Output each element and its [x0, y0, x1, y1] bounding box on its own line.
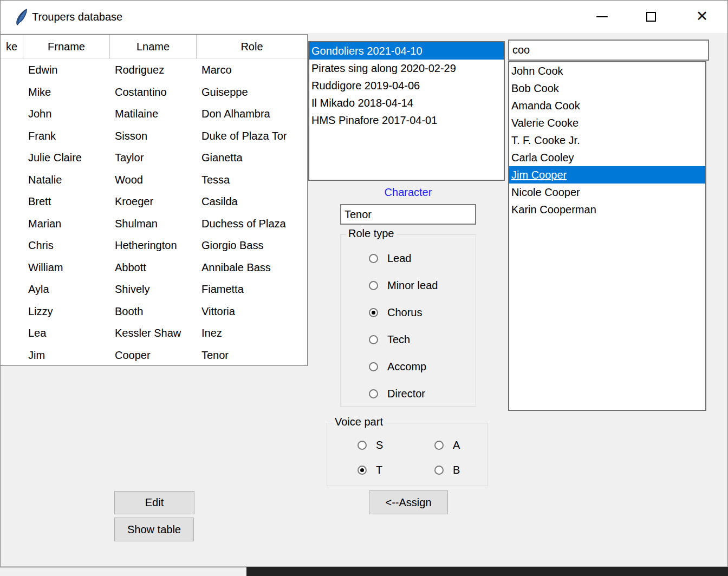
radio-label: Minor lead — [387, 279, 438, 292]
table-cell — [1, 234, 23, 257]
table-row[interactable]: JimCooperTenor — [1, 344, 307, 366]
radio-tech[interactable]: Tech — [369, 333, 410, 346]
radio-chorus[interactable]: Chorus — [369, 306, 422, 319]
table-cell: Duke of Plaza Tor — [197, 125, 307, 147]
close-icon: ✕ — [696, 9, 708, 24]
show-table-button[interactable]: Show table — [114, 518, 194, 541]
character-label: Character — [340, 186, 476, 200]
column-header-lname[interactable]: Lname — [110, 35, 197, 58]
maximize-button[interactable] — [634, 1, 668, 32]
list-item[interactable]: Ruddigore 2019-04-06 — [309, 77, 504, 94]
app-window: Troupers database ✕ keFrnameLnameRole Ed… — [0, 0, 728, 567]
list-item[interactable]: HMS Pinafore 2017-04-01 — [309, 112, 504, 129]
table-cell: Duchess of Plaza — [197, 213, 307, 235]
desktop-strip — [0, 567, 246, 576]
table-cell: Guiseppe — [197, 81, 307, 103]
shows-listbox[interactable]: Gondoliers 2021-04-10Pirates sing along … — [308, 41, 505, 181]
minimize-icon — [596, 16, 608, 17]
close-button[interactable]: ✕ — [685, 1, 719, 32]
table-cell — [1, 257, 23, 279]
table-cell — [1, 278, 23, 300]
table-row[interactable]: LeaKessler ShawInez — [1, 322, 307, 344]
radio-label: A — [453, 439, 460, 451]
table-row[interactable]: MikeCostantinoGuiseppe — [1, 81, 307, 103]
table-cell: Shulman — [110, 213, 197, 235]
minimize-button[interactable] — [585, 1, 619, 32]
radio-label: Accomp — [387, 361, 426, 373]
table-cell: Rodriguez — [110, 59, 197, 81]
radio-director[interactable]: Director — [369, 387, 425, 400]
radio-label: Director — [387, 388, 425, 400]
list-item[interactable]: T. F. Cooke Jr. — [509, 132, 705, 149]
table-row[interactable]: ChrisHetheringtonGiorgio Bass — [1, 234, 307, 257]
radio-lead[interactable]: Lead — [369, 252, 412, 265]
edit-button[interactable]: Edit — [114, 491, 194, 514]
table-cell — [1, 213, 23, 235]
table-cell: Casilda — [197, 191, 307, 213]
column-header-role[interactable]: Role — [197, 35, 307, 58]
column-header-frname[interactable]: Frname — [23, 35, 110, 58]
list-item[interactable]: Nicole Cooper — [509, 184, 705, 201]
list-item[interactable]: Karin Cooperman — [509, 201, 705, 218]
table-cell — [1, 125, 23, 147]
table-cell — [1, 322, 23, 344]
radio-circle — [358, 466, 367, 475]
role-type-frame: Role type LeadMinor leadChorusTechAccomp… — [340, 234, 476, 407]
people-listbox[interactable]: John CookBob CookAmanda CookValerie Cook… — [508, 61, 706, 411]
list-item[interactable]: Amanda Cook — [509, 97, 705, 114]
table-row[interactable]: WilliamAbbottAnnibale Bass — [1, 257, 307, 279]
table-row[interactable]: NatalieWoodTessa — [1, 169, 307, 191]
list-item[interactable]: Il Mikado 2018-04-14 — [309, 94, 504, 112]
list-item[interactable]: Gondoliers 2021-04-10 — [309, 42, 504, 60]
table-cell: Fiametta — [197, 278, 307, 300]
radio-minor-lead[interactable]: Minor lead — [369, 279, 438, 292]
assign-button[interactable]: <--Assign — [369, 490, 448, 514]
table-row[interactable]: JohnMatilaineDon Alhambra — [1, 103, 307, 125]
voice-part-frame: Voice part SATB — [327, 423, 488, 486]
radio-accomp[interactable]: Accomp — [369, 360, 426, 373]
table-row[interactable]: BrettKroegerCasilda — [1, 191, 307, 213]
voice-part-label: Voice part — [333, 416, 385, 428]
radio-label: B — [453, 464, 460, 476]
radio-label: T — [376, 464, 382, 476]
column-header-ke[interactable]: ke — [1, 35, 23, 58]
table-row[interactable]: FrankSissonDuke of Plaza Tor — [1, 125, 307, 147]
table-row[interactable]: Julie ClaireTaylorGianetta — [1, 147, 307, 169]
radio-s[interactable]: S — [358, 438, 383, 451]
radio-t[interactable]: T — [358, 463, 382, 476]
screen: Troupers database ✕ keFrnameLnameRole Ed… — [0, 0, 728, 576]
taskbar-strip — [246, 567, 728, 576]
search-input[interactable] — [508, 40, 709, 61]
list-item[interactable]: Bob Cook — [509, 80, 705, 97]
list-item[interactable]: John Cook — [509, 62, 705, 80]
table-cell: Taylor — [110, 147, 197, 169]
table-row[interactable]: MarianShulmanDuchess of Plaza — [1, 213, 307, 235]
table-cell: Ayla — [23, 278, 110, 300]
python-feather-icon — [16, 9, 29, 25]
table-row[interactable]: EdwinRodriguezMarco — [1, 59, 307, 81]
list-item[interactable]: Jim Cooper — [509, 166, 705, 184]
table-row[interactable]: AylaShivelyFiametta — [1, 278, 307, 300]
table-cell: Jim — [23, 344, 110, 366]
radio-circle — [369, 389, 378, 398]
list-item[interactable]: Carla Cooley — [509, 149, 705, 166]
radio-label: Lead — [387, 252, 412, 265]
radio-circle — [369, 308, 378, 317]
table-cell: Shively — [110, 278, 197, 300]
list-item[interactable]: Pirates sing along 2020-02-29 — [309, 60, 504, 77]
table-cell — [1, 300, 23, 323]
list-item[interactable]: Valerie Cooke — [509, 114, 705, 132]
table-cell — [1, 191, 23, 213]
character-input[interactable] — [340, 204, 476, 225]
radio-label: Chorus — [387, 306, 422, 319]
radio-a[interactable]: A — [434, 438, 460, 451]
troupers-table: keFrnameLnameRole EdwinRodriguezMarcoMik… — [1, 34, 308, 366]
table-cell: John — [23, 103, 110, 125]
table-cell: Matilaine — [110, 103, 197, 125]
table-row[interactable]: LizzyBoothVittoria — [1, 300, 307, 323]
radio-circle — [369, 281, 378, 290]
radio-b[interactable]: B — [434, 463, 460, 476]
table-cell: Cooper — [110, 344, 197, 366]
table-cell: Annibale Bass — [197, 257, 307, 279]
table-cell: Lizzy — [23, 300, 110, 323]
